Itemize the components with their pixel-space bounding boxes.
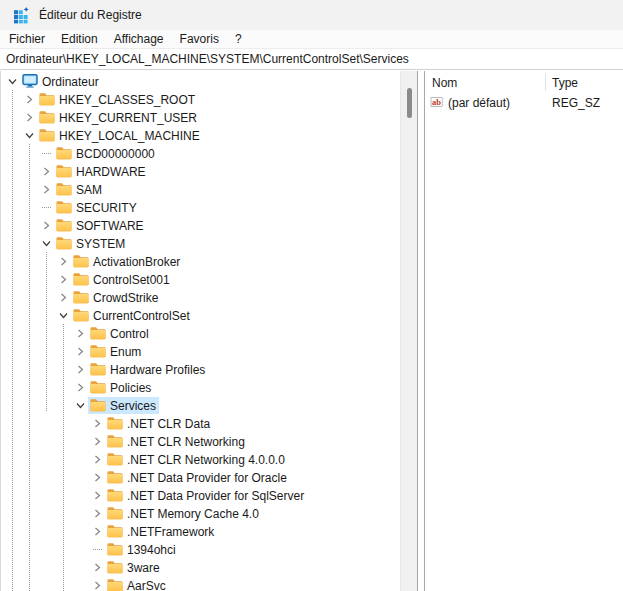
tree-item-content[interactable]: .NET Data Provider for SqlServer [105, 487, 307, 504]
tree-item-content[interactable]: 3ware [105, 559, 163, 576]
tree-item-net-data-provider-for-oracle[interactable]: .NET Data Provider for Oracle [1, 468, 400, 486]
expand-toggle[interactable] [90, 522, 105, 540]
tree-item-aarsvc[interactable]: AarSvc [1, 576, 400, 591]
tree-item-content[interactable]: AarSvc [105, 577, 169, 591]
column-separator[interactable] [545, 73, 546, 91]
tree-item-system[interactable]: SYSTEM [1, 234, 400, 252]
tree-item-content[interactable]: SOFTWARE [54, 217, 147, 234]
collapse-toggle[interactable] [39, 234, 54, 252]
tree-item-activationbroker[interactable]: ActivationBroker [1, 252, 400, 270]
menu-item-favoris[interactable]: Favoris [172, 31, 227, 48]
tree-item-net-clr-data[interactable]: .NET CLR Data [1, 414, 400, 432]
tree-item-crowdstrike[interactable]: CrowdStrike [1, 288, 400, 306]
tree-line-stub [42, 153, 51, 154]
tree-item-hkey-classes-root[interactable]: HKEY_CLASSES_ROOT [1, 90, 400, 108]
tree-item-content[interactable]: .NET CLR Networking [105, 433, 248, 450]
expand-toggle[interactable] [90, 450, 105, 468]
tree-item-content[interactable]: ActivationBroker [71, 253, 183, 270]
folder-icon [73, 254, 89, 268]
tree-item-content[interactable]: SAM [54, 181, 105, 198]
tree-item-hkey-local-machine[interactable]: HKEY_LOCAL_MACHINE [1, 126, 400, 144]
tree-item-security[interactable]: SECURITY [1, 198, 400, 216]
expand-toggle[interactable] [90, 414, 105, 432]
tree-item-net-clr-networking-4-0-0-0[interactable]: .NET CLR Networking 4.0.0.0 [1, 450, 400, 468]
expand-toggle[interactable] [56, 270, 71, 288]
tree-item-net-memory-cache-4-0[interactable]: .NET Memory Cache 4.0 [1, 504, 400, 522]
tree-item-currentcontrolset[interactable]: CurrentControlSet [1, 306, 400, 324]
tree-item-bcd00000000[interactable]: BCD00000000 [1, 144, 400, 162]
expand-toggle[interactable] [90, 558, 105, 576]
tree-item-control[interactable]: Control [1, 324, 400, 342]
tree-item-netframework[interactable]: .NETFramework [1, 522, 400, 540]
expand-toggle[interactable] [39, 216, 54, 234]
tree-item-software[interactable]: SOFTWARE [1, 216, 400, 234]
tree-item-hardware-profiles[interactable]: Hardware Profiles [1, 360, 400, 378]
tree-item-content[interactable]: SECURITY [54, 199, 140, 216]
expand-toggle[interactable] [22, 108, 37, 126]
expand-toggle[interactable] [39, 162, 54, 180]
column-header-name[interactable]: Nom [425, 76, 545, 90]
expand-toggle[interactable] [22, 90, 37, 108]
tree-item-policies[interactable]: Policies [1, 378, 400, 396]
tree-item-3ware[interactable]: 3ware [1, 558, 400, 576]
tree-item-content[interactable]: .NET Memory Cache 4.0 [105, 505, 262, 522]
collapse-toggle[interactable] [5, 72, 20, 90]
tree-item-enum[interactable]: Enum [1, 342, 400, 360]
tree-item-content[interactable]: Ordinateur [20, 73, 102, 90]
expand-toggle[interactable] [39, 180, 54, 198]
expand-toggle[interactable] [56, 252, 71, 270]
menu-item-edition[interactable]: Edition [53, 31, 106, 48]
tree-item-content[interactable]: HKEY_LOCAL_MACHINE [37, 127, 203, 144]
tree-item-content-selected[interactable]: Services [88, 397, 159, 414]
expand-toggle[interactable] [90, 576, 105, 591]
tree-scrollbar-thumb[interactable] [407, 88, 412, 118]
tree-item-services[interactable]: Services [1, 396, 400, 414]
column-header-type[interactable]: Type [545, 76, 578, 90]
tree-item-net-clr-networking[interactable]: .NET CLR Networking [1, 432, 400, 450]
tree-item-content[interactable]: 1394ohci [105, 541, 179, 558]
collapse-toggle[interactable] [22, 126, 37, 144]
expand-toggle[interactable] [73, 360, 88, 378]
collapse-toggle[interactable] [56, 306, 71, 324]
collapse-toggle[interactable] [73, 396, 88, 414]
tree-item-content[interactable]: Enum [88, 343, 144, 360]
tree-item-content[interactable]: ControlSet001 [71, 271, 173, 288]
tree-item-content[interactable]: .NET CLR Data [105, 415, 213, 432]
tree-item-content[interactable]: .NETFramework [105, 523, 217, 540]
tree-item-ordinateur[interactable]: Ordinateur [1, 72, 400, 90]
expand-toggle[interactable] [90, 486, 105, 504]
value-row-par-d-faut[interactable]: ab(par défaut)REG_SZ [425, 93, 623, 112]
tree-item-content[interactable]: HKEY_CLASSES_ROOT [37, 91, 198, 108]
tree-item-sam[interactable]: SAM [1, 180, 400, 198]
tree-scrollbar[interactable] [400, 71, 417, 591]
address-input[interactable] [0, 49, 623, 69]
tree-item-content[interactable]: Policies [88, 379, 154, 396]
tree-item-1394ohci[interactable]: 1394ohci [1, 540, 400, 558]
tree-item-content[interactable]: .NET CLR Networking 4.0.0.0 [105, 451, 288, 468]
expand-toggle[interactable] [90, 504, 105, 522]
tree-item-content[interactable]: .NET Data Provider for Oracle [105, 469, 290, 486]
tree-item-label: BCD00000000 [76, 146, 155, 161]
tree-item-content[interactable]: Hardware Profiles [88, 361, 208, 378]
tree-item-content[interactable]: BCD00000000 [54, 145, 158, 162]
tree-item-controlset001[interactable]: ControlSet001 [1, 270, 400, 288]
expand-toggle[interactable] [73, 342, 88, 360]
tree-item-net-data-provider-for-sqlserver[interactable]: .NET Data Provider for SqlServer [1, 486, 400, 504]
tree-item-content[interactable]: SYSTEM [54, 235, 128, 252]
expand-toggle[interactable] [73, 378, 88, 396]
menu-item-fichier[interactable]: Fichier [1, 31, 53, 48]
tree-item-content[interactable]: CurrentControlSet [71, 307, 193, 324]
tree-item-content[interactable]: CrowdStrike [71, 289, 161, 306]
expand-toggle[interactable] [56, 288, 71, 306]
tree-item-content[interactable]: HKEY_CURRENT_USER [37, 109, 200, 126]
expand-toggle[interactable] [90, 432, 105, 450]
menu-item-[interactable]: ? [227, 31, 250, 48]
tree-item-hkey-current-user[interactable]: HKEY_CURRENT_USER [1, 108, 400, 126]
tree-item-content[interactable]: HARDWARE [54, 163, 149, 180]
expand-toggle[interactable] [73, 324, 88, 342]
menu-item-affichage[interactable]: Affichage [106, 31, 172, 48]
folder-icon [107, 524, 123, 538]
expand-toggle[interactable] [90, 468, 105, 486]
tree-item-content[interactable]: Control [88, 325, 152, 342]
tree-item-hardware[interactable]: HARDWARE [1, 162, 400, 180]
